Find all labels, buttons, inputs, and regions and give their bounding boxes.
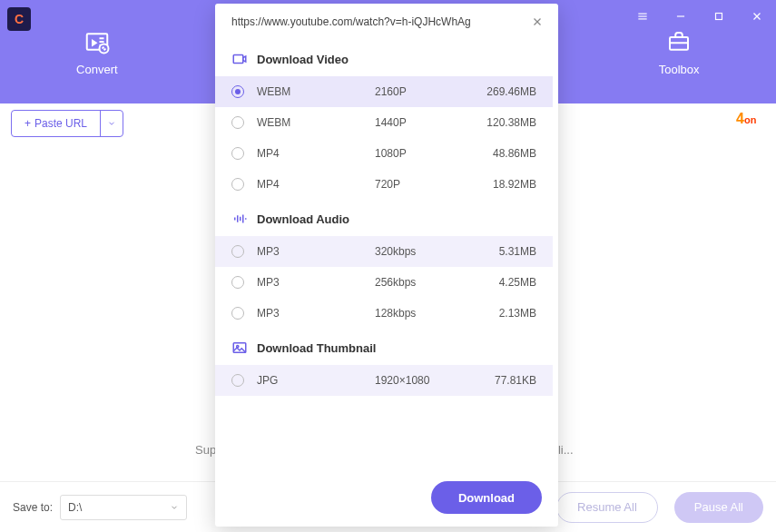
resume-all-button[interactable]: Resume All xyxy=(556,492,658,523)
audio-option-row[interactable]: MP3 128kbps 2.13MB xyxy=(215,298,553,329)
thumbnail-section-header: Download Thumbnail xyxy=(215,329,553,365)
app-logo: C xyxy=(7,7,31,31)
thumbnail-section-title: Download Thumbnail xyxy=(257,341,376,355)
hint-text-left: Sup xyxy=(195,443,216,457)
tab-convert-label: Convert xyxy=(76,63,118,76)
video-section-header: Download Video xyxy=(215,40,553,76)
close-window-button[interactable] xyxy=(738,0,776,33)
maximize-button[interactable] xyxy=(700,0,738,33)
radio-icon xyxy=(231,374,244,387)
window-controls xyxy=(624,0,776,33)
paste-url-button[interactable]: + Paste URL xyxy=(12,111,101,136)
svg-rect-4 xyxy=(716,14,722,20)
save-to-label: Save to: xyxy=(13,501,53,514)
paste-url-dropdown[interactable] xyxy=(101,111,123,136)
svg-point-8 xyxy=(99,44,108,53)
video-option-row[interactable]: WEBM 1440P 120.38MB xyxy=(215,107,553,138)
radio-icon xyxy=(231,307,244,320)
modal-footer: Download xyxy=(215,468,558,527)
video-option-row[interactable]: WEBM 2160P 269.46MB xyxy=(215,76,553,107)
image-icon xyxy=(231,340,248,356)
options-scroll-area[interactable]: Download Video WEBM 2160P 269.46MB WEBM … xyxy=(215,40,558,468)
radio-icon xyxy=(231,85,244,98)
radio-icon xyxy=(231,147,244,160)
svg-rect-13 xyxy=(233,55,243,64)
save-path-value: D:\ xyxy=(68,501,82,514)
audio-icon xyxy=(231,211,248,227)
paste-url-label: Paste URL xyxy=(34,117,87,130)
video-option-row[interactable]: MP4 720P 18.92MB xyxy=(215,169,553,200)
radio-icon xyxy=(231,178,244,191)
download-button[interactable]: Download xyxy=(431,481,542,514)
thumbnail-option-row[interactable]: JPG 1920×1080 77.81KB xyxy=(215,365,553,396)
video-section-title: Download Video xyxy=(257,53,349,66)
audio-section-header: Download Audio xyxy=(215,200,553,236)
radio-icon xyxy=(231,245,244,258)
paste-url-combo: + Paste URL xyxy=(11,110,123,137)
menu-button[interactable] xyxy=(624,0,662,33)
plus-icon: + xyxy=(25,117,31,130)
radio-icon xyxy=(231,116,244,129)
radio-icon xyxy=(231,276,244,289)
download-options-modal: https://www.youtube.com/watch?v=h-iQJHcW… xyxy=(215,4,558,527)
chevron-down-icon xyxy=(170,503,179,512)
pause-all-button[interactable]: Pause All xyxy=(674,492,763,523)
convert-icon xyxy=(83,28,111,55)
tab-toolbox-label: Toolbox xyxy=(659,63,700,76)
video-icon xyxy=(231,51,248,67)
video-option-row[interactable]: MP4 1080P 48.86MB xyxy=(215,138,553,169)
url-display: https://www.youtube.com/watch?v=h-iQJHcW… xyxy=(231,15,522,28)
audio-option-row[interactable]: MP3 320kbps 5.31MB xyxy=(215,236,553,267)
brand-badge: 4on xyxy=(736,111,760,134)
minimize-button[interactable] xyxy=(662,0,700,33)
chevron-down-icon xyxy=(107,119,116,128)
modal-header: https://www.youtube.com/watch?v=h-iQJHcW… xyxy=(215,4,558,40)
save-to-select[interactable]: D:\ xyxy=(60,495,187,520)
modal-close-button[interactable] xyxy=(529,14,545,30)
audio-section-title: Download Audio xyxy=(257,212,349,226)
audio-option-row[interactable]: MP3 256kbps 4.25MB xyxy=(215,267,553,298)
close-icon xyxy=(531,15,544,28)
